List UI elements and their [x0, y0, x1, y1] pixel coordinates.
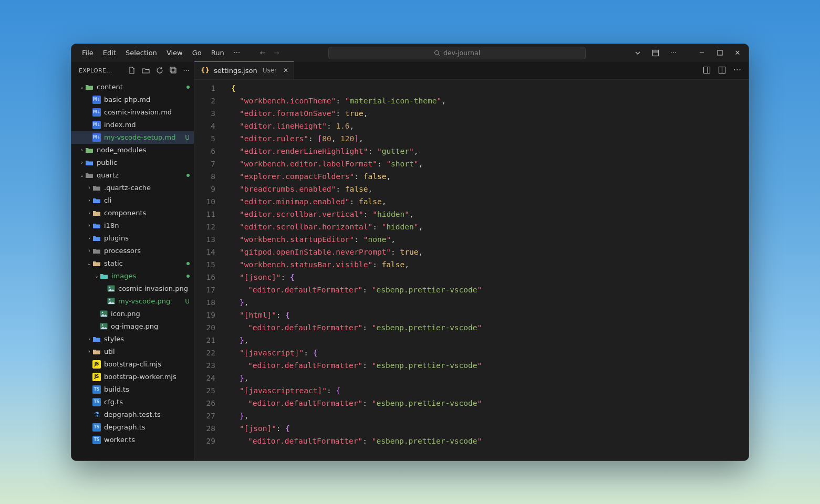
chevron-right-icon: ›	[79, 147, 85, 153]
titlebar: File Edit Selection View Go Run ··· ← → …	[71, 44, 749, 62]
tree-item-label: basic-php.md	[104, 96, 190, 103]
folder-row[interactable]: ›node_modules	[71, 144, 194, 156]
tree-item-label: cli	[104, 196, 190, 204]
file-row[interactable]: TSdepgraph.ts	[71, 421, 194, 434]
folder-row[interactable]: ⌄content	[71, 81, 194, 93]
file-row[interactable]: TScfg.ts	[71, 396, 194, 408]
folder-row[interactable]: ›util	[71, 345, 194, 358]
menu-file[interactable]: File	[78, 47, 98, 59]
chevron-right-icon: ›	[86, 235, 92, 241]
folder-row[interactable]: ›public	[71, 156, 194, 169]
folder-row[interactable]: ›plugins	[71, 232, 194, 245]
folder-row[interactable]: ⌄static	[71, 257, 194, 270]
file-type-icon: TS	[92, 385, 101, 394]
tree-item-label: my-vscode.png	[118, 297, 182, 305]
svg-line-1	[438, 54, 440, 56]
git-modified-dot	[186, 262, 190, 265]
chevron-down-icon[interactable]	[634, 50, 641, 56]
file-type-icon: JS	[92, 373, 101, 381]
chevron-right-icon: ›	[86, 248, 92, 254]
more-actions-icon[interactable]: ···	[670, 49, 677, 57]
nav-back-icon[interactable]: ←	[259, 49, 266, 57]
tree-item-label: worker.ts	[104, 436, 190, 444]
folder-icon	[92, 335, 101, 343]
folder-icon	[92, 348, 101, 355]
file-type-icon: M↓	[92, 96, 101, 104]
file-row[interactable]: JSbootstrap-cli.mjs	[71, 358, 194, 371]
file-row[interactable]: M↓my-vscode-setup.mdU	[71, 131, 194, 144]
folder-row[interactable]: ›i18n	[71, 219, 194, 232]
tab-close-icon[interactable]: ✕	[283, 67, 288, 74]
tree-item-label: cosmic-invasion.md	[104, 108, 190, 116]
folder-icon	[92, 197, 101, 204]
folder-row[interactable]: ›processors	[71, 245, 194, 257]
file-row[interactable]: my-vscode.pngU	[71, 295, 194, 308]
chevron-right-icon: ›	[86, 185, 92, 191]
file-row[interactable]: ⚗depgraph.test.ts	[71, 408, 194, 421]
tree-item-label: processors	[104, 247, 190, 255]
file-row[interactable]: og-image.png	[71, 320, 194, 333]
editor-area: {} settings.json User ✕ ··· 123456789101…	[194, 62, 749, 460]
folder-icon	[92, 247, 101, 255]
file-row[interactable]: M↓cosmic-invasion.md	[71, 106, 194, 119]
svg-rect-15	[703, 67, 710, 74]
menu-selection[interactable]: Selection	[121, 47, 161, 59]
folder-row[interactable]: ›.quartz-cache	[71, 182, 194, 194]
search-placeholder: dev-journal	[443, 49, 480, 57]
image-file-icon	[100, 323, 108, 330]
file-row[interactable]: M↓basic-php.md	[71, 93, 194, 106]
menu-go[interactable]: Go	[188, 47, 206, 59]
svg-rect-4	[718, 50, 722, 55]
folder-row[interactable]: ⌄images	[71, 270, 194, 282]
code-editor[interactable]: 1234567891011121314151617181920212223242…	[194, 80, 749, 460]
tab-settings-json[interactable]: {} settings.json User ✕	[194, 61, 294, 79]
new-folder-icon[interactable]	[142, 67, 150, 75]
file-row[interactable]: TSworker.ts	[71, 434, 194, 446]
split-editor-icon[interactable]	[718, 66, 726, 74]
tree-item-label: icon.png	[111, 310, 190, 318]
menu-view[interactable]: View	[162, 47, 187, 59]
folder-icon	[85, 172, 94, 179]
nav-forward-icon[interactable]: →	[273, 49, 280, 57]
command-center-search[interactable]: dev-journal	[328, 47, 586, 59]
menu-bar: File Edit Selection View Go Run ···	[75, 47, 244, 59]
file-row[interactable]: M↓index.md	[71, 119, 194, 131]
tree-item-label: styles	[104, 335, 190, 343]
code-content[interactable]: {"workbench.iconTheme": "material-icon-t…	[224, 80, 749, 460]
folder-row[interactable]: ›styles	[71, 333, 194, 345]
menu-run[interactable]: Run	[207, 47, 229, 59]
file-row[interactable]: icon.png	[71, 308, 194, 320]
collapse-all-icon[interactable]	[170, 67, 177, 75]
new-file-icon[interactable]	[128, 67, 136, 75]
editor-more-icon[interactable]: ···	[733, 65, 741, 75]
tree-item-label: plugins	[104, 234, 190, 242]
tree-item-label: cosmic-invasion.png	[118, 285, 190, 292]
window-maximize-icon[interactable]	[716, 50, 723, 56]
file-row[interactable]: TSbuild.ts	[71, 383, 194, 396]
search-icon	[434, 50, 440, 56]
window-minimize-icon[interactable]: ─	[698, 49, 705, 57]
tree-item-label: cfg.ts	[104, 398, 190, 406]
folder-row[interactable]: ⌄quartz	[71, 169, 194, 182]
file-row[interactable]: cosmic-invasion.png	[71, 282, 194, 295]
svg-point-0	[434, 50, 439, 55]
window-close-icon[interactable]: ✕	[734, 49, 741, 57]
folder-row[interactable]: ›cli	[71, 194, 194, 207]
svg-point-8	[109, 287, 111, 288]
tree-item-label: static	[104, 259, 186, 267]
tab-filename: settings.json	[214, 67, 257, 75]
folder-icon	[85, 146, 94, 154]
chevron-right-icon: ›	[86, 336, 92, 342]
git-modified-dot	[186, 275, 190, 278]
folder-row[interactable]: ›components	[71, 207, 194, 219]
json-file-icon: {}	[201, 67, 210, 74]
explorer-more-icon[interactable]: ···	[183, 67, 190, 75]
file-row[interactable]: JSbootstrap-worker.mjs	[71, 371, 194, 383]
svg-point-12	[102, 312, 103, 313]
refresh-icon[interactable]	[156, 67, 163, 75]
menu-edit[interactable]: Edit	[99, 47, 120, 59]
menu-more-icon[interactable]: ···	[230, 47, 244, 59]
layout-panel-icon[interactable]	[652, 49, 659, 57]
folder-icon	[92, 222, 101, 229]
open-settings-ui-icon[interactable]	[703, 66, 711, 74]
